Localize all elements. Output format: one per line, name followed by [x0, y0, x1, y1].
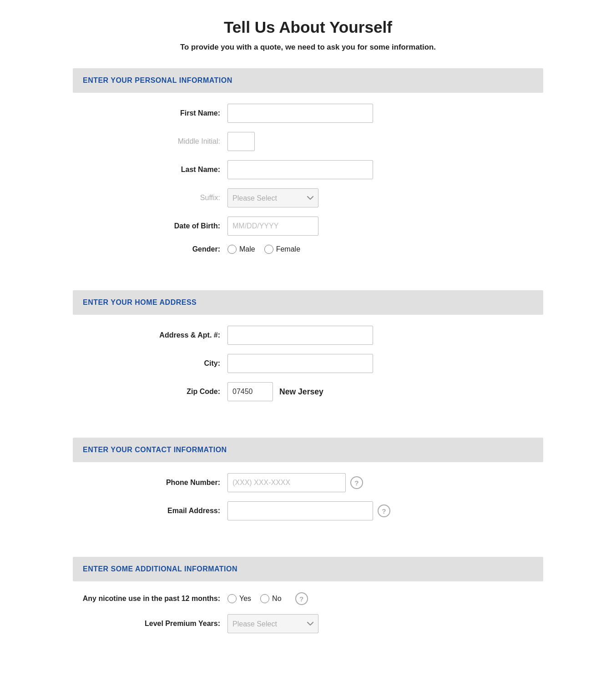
additional-section: ENTER SOME ADDITIONAL INFORMATION Any ni… [73, 557, 543, 657]
suffix-select[interactable]: Please Select Jr. Sr. II III [227, 188, 318, 207]
level-premium-row: Level Premium Years: Please Select 10 15… [73, 614, 543, 633]
additional-section-label: ENTER SOME ADDITIONAL INFORMATION [83, 565, 237, 573]
nicotine-no-option[interactable]: No [260, 594, 281, 603]
nicotine-yes-label: Yes [239, 595, 251, 603]
phone-row: Phone Number: ? [73, 473, 543, 492]
middle-initial-label: Middle Initial: [73, 137, 227, 146]
nicotine-help-icon[interactable]: ? [295, 592, 308, 605]
gender-male-label: Male [239, 245, 255, 253]
gender-female-label: Female [276, 245, 300, 253]
nicotine-yes-radio[interactable] [227, 594, 237, 603]
gender-female-option[interactable]: Female [264, 245, 300, 254]
contact-section-header: ENTER YOUR CONTACT INFORMATION [73, 438, 543, 462]
last-name-input[interactable] [227, 160, 373, 179]
nicotine-radio-group: Yes No ? [227, 592, 308, 605]
state-label: New Jersey [279, 387, 323, 397]
last-name-label: Last Name: [73, 166, 227, 174]
zip-label: Zip Code: [73, 388, 227, 396]
nicotine-no-label: No [272, 595, 281, 603]
nicotine-yes-option[interactable]: Yes [227, 594, 251, 603]
dob-label: Date of Birth: [73, 222, 227, 230]
address-section: ENTER YOUR HOME ADDRESS Address & Apt. #… [73, 290, 543, 425]
personal-section-header: ENTER YOUR PERSONAL INFORMATION [73, 68, 543, 93]
gender-radio-group: Male Female [227, 245, 300, 254]
dob-row: Date of Birth: [73, 217, 543, 236]
first-name-row: First Name: [73, 104, 543, 123]
nicotine-row: Any nicotine use in the past 12 months: … [73, 592, 543, 605]
email-row: Email Address: ? [73, 501, 543, 520]
contact-section-label: ENTER YOUR CONTACT INFORMATION [83, 446, 227, 454]
gender-female-radio[interactable] [264, 245, 273, 254]
address-row: Address & Apt. #: [73, 326, 543, 345]
additional-section-body: Any nicotine use in the past 12 months: … [73, 581, 543, 657]
nicotine-label: Any nicotine use in the past 12 months: [73, 595, 227, 603]
gender-male-radio[interactable] [227, 245, 237, 254]
email-input[interactable] [227, 501, 373, 520]
phone-help-icon[interactable]: ? [350, 476, 363, 489]
email-help-icon[interactable]: ? [378, 504, 390, 517]
additional-section-header: ENTER SOME ADDITIONAL INFORMATION [73, 557, 543, 581]
zip-row: Zip Code: New Jersey [73, 382, 543, 401]
suffix-label: Suffix: [73, 194, 227, 202]
city-label: City: [73, 359, 227, 368]
suffix-row: Suffix: Please Select Jr. Sr. II III [73, 188, 543, 207]
address-section-label: ENTER YOUR HOME ADDRESS [83, 298, 197, 306]
address-label: Address & Apt. #: [73, 331, 227, 339]
middle-initial-row: Middle Initial: [73, 132, 543, 151]
personal-section-body: First Name: Middle Initial: Last Name: S… [73, 93, 543, 277]
contact-section-body: Phone Number: ? Email Address: ? [73, 462, 543, 544]
middle-initial-input[interactable] [227, 132, 255, 151]
last-name-row: Last Name: [73, 160, 543, 179]
contact-section: ENTER YOUR CONTACT INFORMATION Phone Num… [73, 438, 543, 544]
nicotine-no-radio[interactable] [260, 594, 269, 603]
level-premium-label: Level Premium Years: [73, 620, 227, 628]
page-subtitle: To provide you with a quote, we need to … [73, 43, 543, 52]
zip-input[interactable] [227, 382, 273, 401]
gender-male-option[interactable]: Male [227, 245, 255, 254]
first-name-input[interactable] [227, 104, 373, 123]
email-label: Email Address: [73, 507, 227, 515]
page-title: Tell Us About Yourself [73, 18, 543, 36]
level-premium-select[interactable]: Please Select 10 15 20 30 [227, 614, 318, 633]
gender-label: Gender: [73, 245, 227, 253]
dob-input[interactable] [227, 217, 318, 236]
gender-row: Gender: Male Female [73, 245, 543, 254]
personal-information-section: ENTER YOUR PERSONAL INFORMATION First Na… [73, 68, 543, 277]
phone-label: Phone Number: [73, 479, 227, 487]
city-input[interactable] [227, 354, 373, 373]
phone-input[interactable] [227, 473, 346, 492]
personal-section-label: ENTER YOUR PERSONAL INFORMATION [83, 76, 232, 84]
city-row: City: [73, 354, 543, 373]
address-section-header: ENTER YOUR HOME ADDRESS [73, 290, 543, 315]
first-name-label: First Name: [73, 109, 227, 117]
address-input[interactable] [227, 326, 373, 345]
address-section-body: Address & Apt. #: City: Zip Code: New Je… [73, 315, 543, 425]
